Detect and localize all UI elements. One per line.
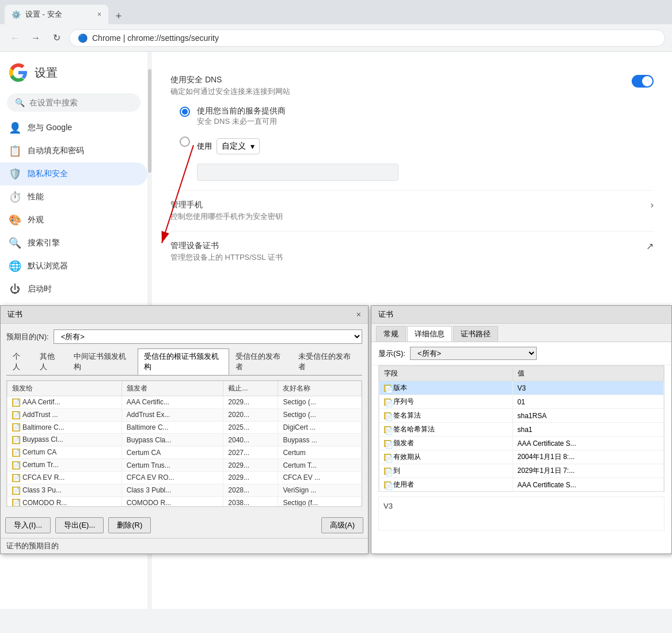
dns-toggle[interactable]	[632, 75, 654, 88]
phone-arrow-icon[interactable]: ›	[651, 200, 654, 210]
cert-section: 管理设备证书 管理您设备上的 HTTPS/SSL 证书 ↗	[170, 232, 654, 272]
sidebar-item-search[interactable]: 🔍 搜索引擎	[0, 232, 147, 255]
dns-section-left: 使用安全 DNS 确定如何通过安全连接来连接到网站 使用您当前的服务提供商 安全…	[170, 75, 632, 181]
cert-table-body: 📄AAA Certif... AAA Certific... 2029... S…	[7, 396, 362, 507]
cert-icon: 📄	[12, 399, 20, 407]
table-row[interactable]: 📄序列号01	[379, 395, 664, 409]
cert-detail-tab-path[interactable]: 证书路径	[453, 326, 498, 342]
external-link-icon[interactable]: ↗	[646, 241, 654, 252]
search-input[interactable]	[29, 98, 132, 107]
dns-option-current-title: 使用您当前的服务提供商	[197, 106, 286, 116]
person-icon: 👤	[9, 122, 21, 134]
cert-icon: 📄	[12, 449, 20, 457]
cert-section-left: 管理设备证书 管理您设备上的 HTTPS/SSL 证书	[170, 241, 646, 263]
dns-option-custom: 使用 自定义 ▾	[180, 131, 632, 161]
cert-detail-tab-general[interactable]: 常规	[376, 326, 406, 342]
cert-detail-table-container: 字段 值 📄版本V3📄序列号01📄签名算法sha1RSA📄签名哈希算法sha1📄…	[378, 365, 665, 492]
search-bar-container[interactable]: 🔍	[7, 93, 141, 112]
table-row[interactable]: 📄签名哈希算法sha1	[379, 423, 664, 437]
tab-bar: ⚙️ 设置 - 安全 × +	[0, 0, 672, 24]
table-row[interactable]: 📄AddTrust ... AddTrust Ex... 2020... Sec…	[7, 408, 362, 421]
radio-custom[interactable]	[180, 137, 190, 147]
cert-dialog-title: 证书	[7, 309, 22, 320]
custom-dns-input[interactable]	[197, 164, 398, 181]
cert-tab-others[interactable]: 其他人	[33, 348, 67, 375]
custom-row: 使用 自定义 ▾	[197, 136, 260, 157]
detail-col-value: 值	[512, 366, 664, 381]
sidebar-item-privacy[interactable]: 🛡️ 隐私和安全	[0, 162, 147, 185]
settings-header: 设置	[0, 56, 147, 89]
autofill-icon: 📋	[9, 145, 21, 157]
table-row[interactable]: 📄Certum CA Certum CA 2027... Certum	[7, 446, 362, 459]
sidebar-item-startup[interactable]: ⏻ 启动时	[0, 278, 147, 301]
performance-icon: ⏱️	[9, 191, 21, 203]
cert-dialog-buttons: 导入(I)... 导出(E)... 删除(R) 高级(A)	[1, 513, 368, 538]
table-row[interactable]: 📄到2029年1月1日 7:...	[379, 464, 664, 478]
sidebar-nav: 👤 您与 Google 📋 自动填充和密码 🛡️ 隐私和安全 ⏱️ 性能 🎨 外…	[0, 116, 147, 301]
table-row[interactable]: 📄签名算法sha1RSA	[379, 409, 664, 423]
cert-detail-content: V3	[378, 496, 665, 531]
custom-dns-select[interactable]: 自定义 ▾	[217, 138, 260, 154]
table-row[interactable]: 📄使用者AAA Certificate S...	[379, 478, 664, 492]
cert-detail-tab-details[interactable]: 详细信息	[407, 326, 452, 342]
table-row[interactable]: 📄COMODO R... COMODO R... 2038... Sectigo…	[7, 496, 362, 507]
import-button[interactable]: 导入(I)...	[5, 517, 51, 533]
detail-filter-select[interactable]: <所有>	[410, 347, 537, 360]
sidebar-label-browser: 默认浏览器	[28, 261, 68, 271]
back-button[interactable]: ←	[7, 30, 23, 46]
sidebar-item-autofill[interactable]: 📋 自动填充和密码	[0, 139, 147, 162]
export-button[interactable]: 导出(E)...	[55, 517, 104, 533]
cert-title: 管理设备证书	[170, 241, 646, 251]
cert-dialog-close-button[interactable]: ×	[356, 310, 361, 319]
table-row[interactable]: 📄Baltimore C... Baltimore C... 2025... D…	[7, 421, 362, 434]
radio-current-provider[interactable]	[180, 107, 190, 117]
table-row[interactable]: 📄有效期从2004年1月1日 8:...	[379, 450, 664, 464]
cert-detail-table: 字段 值 📄版本V3📄序列号01📄签名算法sha1RSA📄签名哈希算法sha1📄…	[379, 366, 664, 492]
nav-bar: ← → ↻ 🔵 Chrome | chrome://settings/secur…	[0, 24, 672, 52]
cert-icon: 📄	[12, 499, 20, 507]
cert-col-date: 截止...	[223, 381, 278, 396]
cert-table: 颁发给 颁发者 截止... 友好名称 📄AAA Certif... AAA Ce…	[7, 381, 362, 507]
table-row[interactable]: 📄Buypass Cl... Buypass Cla... 2040... Bu…	[7, 434, 362, 446]
sidebar-item-performance[interactable]: ⏱️ 性能	[0, 185, 147, 209]
advanced-button[interactable]: 高级(A)	[321, 517, 363, 533]
table-row[interactable]: 📄版本V3	[379, 381, 664, 395]
table-row[interactable]: 📄颁发者AAA Certificate S...	[379, 437, 664, 450]
cert-tab-untrusted[interactable]: 未受信任的发布者	[292, 348, 362, 375]
cert-col-name: 友好名称	[278, 381, 362, 396]
sidebar-label-privacy: 隐私和安全	[28, 169, 68, 179]
browser-tab[interactable]: ⚙️ 设置 - 安全 ×	[5, 5, 108, 24]
detail-icon: 📄	[384, 440, 391, 447]
address-bar[interactable]: 🔵 Chrome | chrome://settings/security	[69, 29, 665, 47]
delete-button[interactable]: 删除(R)	[108, 517, 151, 533]
sidebar-scrollbar[interactable]	[148, 69, 151, 173]
cert-dialog-content: 预期目的(N): <所有> 个人 其他人 中间证书颁发机构 受信任的根证书颁发机…	[1, 324, 368, 513]
table-row[interactable]: 📄CFCA EV R... CFCA EV RO... 2029... CFCA…	[7, 471, 362, 484]
cert-icon: 📄	[12, 461, 20, 469]
table-row[interactable]: 📄Class 3 Pu... Class 3 Publ... 2028... V…	[7, 484, 362, 496]
sidebar-item-default-browser[interactable]: 🌐 默认浏览器	[0, 255, 147, 278]
sidebar-label-startup: 启动时	[28, 284, 52, 294]
filter-select[interactable]: <所有>	[54, 329, 362, 344]
browser-icon: 🌐	[9, 260, 21, 272]
sidebar-item-you-google[interactable]: 👤 您与 Google	[0, 116, 147, 139]
table-row[interactable]: 📄公钥RSA (2048 Bits)	[379, 492, 664, 492]
table-row[interactable]: 📄Certum Tr... Certum Trus... 2029... Cer…	[7, 459, 362, 472]
table-row[interactable]: 📄AAA Certif... AAA Certific... 2029... S…	[7, 396, 362, 409]
cert-tab-trusted-publishers[interactable]: 受信任的发布者	[229, 348, 292, 375]
forward-button[interactable]: →	[28, 30, 44, 46]
cert-footer: 证书的预期目的	[1, 538, 368, 554]
new-tab-button[interactable]: +	[111, 8, 127, 24]
sidebar-label-appearance: 外观	[28, 215, 44, 225]
close-tab-button[interactable]: ×	[97, 10, 101, 18]
detail-icon: 📄	[384, 468, 391, 475]
settings-title: 设置	[35, 65, 58, 81]
reload-button[interactable]: ↻	[48, 30, 64, 46]
cert-tab-trusted-root[interactable]: 受信任的根证书颁发机构	[138, 348, 229, 375]
dns-section: 使用安全 DNS 确定如何通过安全连接来连接到网站 使用您当前的服务提供商 安全…	[170, 66, 654, 191]
sidebar-item-appearance[interactable]: 🎨 外观	[0, 209, 147, 232]
appearance-icon: 🎨	[9, 214, 21, 226]
cert-tab-intermediate[interactable]: 中间证书颁发机构	[67, 348, 138, 375]
cert-tab-personal[interactable]: 个人	[6, 348, 33, 375]
tab-title: 设置 - 安全	[25, 9, 62, 20]
